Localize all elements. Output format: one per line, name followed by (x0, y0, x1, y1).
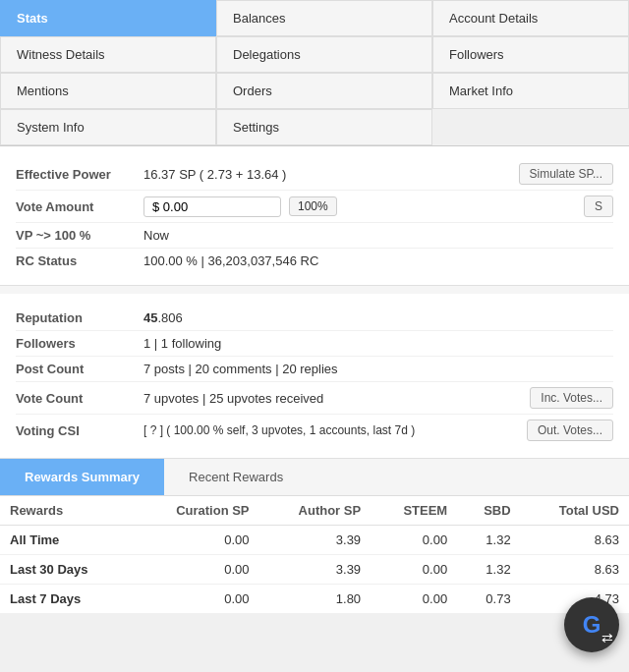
vote-amount-label: Vote Amount (16, 199, 143, 214)
table-row: Last 7 Days 0.00 1.80 0.00 0.73 4.73 (0, 585, 629, 614)
voting-csi-row: Voting CSI [ ? ] ( 100.00 % self, 3 upvo… (16, 415, 613, 446)
rc-status-label: RC Status (16, 253, 143, 268)
followers-row: Followers 1 | 1 following (16, 331, 613, 357)
rewards-table-header: Rewards Curation SP Author SP STEEM SBD … (0, 496, 629, 526)
vp-label: VP ~> 100 % (16, 228, 143, 243)
cell-sbd: 0.73 (457, 585, 520, 614)
vote-s-button[interactable]: S (584, 196, 613, 217)
effective-power-label: Effective Power (16, 167, 143, 182)
followers-value: 1 | 1 following (143, 336, 613, 351)
cell-curation: 0.00 (133, 555, 258, 585)
vote-amount-value: 100% (143, 196, 584, 217)
nav-item-empty (432, 109, 629, 145)
table-row: All Time 0.00 3.39 0.00 1.32 8.63 (0, 526, 629, 555)
col-author: Author SP (259, 496, 372, 526)
effective-power-value: 16.37 SP ( 2.73 + 13.64 ) (143, 167, 519, 182)
col-total: Total USD (521, 496, 629, 526)
cell-total: 8.63 (521, 526, 629, 555)
vote-percent-badge: 100% (289, 196, 337, 216)
vote-amount-row: Vote Amount 100% S (16, 191, 613, 223)
col-rewards: Rewards (0, 496, 133, 526)
cell-period: Last 7 Days (0, 585, 133, 614)
nav-item-witness-details[interactable]: Witness Details (0, 36, 216, 73)
vote-count-label: Vote Count (16, 391, 143, 406)
cell-author: 3.39 (259, 555, 372, 585)
nav-item-account-details[interactable]: Account Details (432, 0, 629, 36)
nav-item-followers[interactable]: Followers (432, 36, 629, 73)
reputation-label: Reputation (16, 310, 143, 325)
rc-status-value: 100.00 % | 36,203,037,546 RC (143, 253, 613, 268)
nav-item-mentions[interactable]: Mentions (0, 73, 216, 109)
vote-count-row: Vote Count 7 upvotes | 25 upvotes receiv… (16, 382, 613, 415)
stats-panel-group1: Effective Power 16.37 SP ( 2.73 + 13.64 … (0, 146, 629, 286)
cell-total: 8.63 (521, 555, 629, 585)
voting-csi-value: [ ? ] ( 100.00 % self, 3 upvotes, 1 acco… (143, 423, 527, 437)
cell-period: Last 30 Days (0, 555, 133, 585)
rc-status-row: RC Status 100.00 % | 36,203,037,546 RC (16, 249, 613, 273)
out-votes-button[interactable]: Out. Votes... (527, 420, 613, 441)
col-steem: STEEM (371, 496, 457, 526)
nav-item-settings[interactable]: Settings (216, 109, 432, 145)
vp-row: VP ~> 100 % Now (16, 223, 613, 249)
cell-sbd: 1.32 (457, 526, 520, 555)
post-count-row: Post Count 7 posts | 20 comments | 20 re… (16, 357, 613, 382)
cell-steem: 0.00 (371, 526, 457, 555)
cell-sbd: 1.32 (457, 555, 520, 585)
nav-item-stats[interactable]: Stats (0, 0, 216, 36)
reputation-row: Reputation 45.806 (16, 306, 613, 331)
table-row: Last 30 Days 0.00 3.39 0.00 1.32 8.63 (0, 555, 629, 585)
inc-votes-button[interactable]: Inc. Votes... (530, 387, 613, 409)
nav-item-balances[interactable]: Balances (216, 0, 432, 36)
cell-author: 3.39 (259, 526, 372, 555)
effective-power-row: Effective Power 16.37 SP ( 2.73 + 13.64 … (16, 158, 613, 191)
section-divider (0, 286, 629, 294)
simulate-sp-button[interactable]: Simulate SP... (519, 163, 613, 185)
post-count-label: Post Count (16, 362, 143, 376)
nav-menu: Stats Balances Account Details Witness D… (0, 0, 629, 146)
nav-item-orders[interactable]: Orders (216, 73, 432, 109)
tab-rewards-summary[interactable]: Rewards Summary (0, 459, 164, 495)
followers-label: Followers (16, 336, 143, 351)
nav-item-system-info[interactable]: System Info (0, 109, 216, 145)
google-g-icon: G (583, 611, 601, 613)
cell-curation: 0.00 (133, 585, 258, 614)
vote-count-value: 7 upvotes | 25 upvotes received (143, 391, 530, 406)
vote-amount-input[interactable] (143, 196, 281, 217)
rewards-tabs: Rewards Summary Recent Rewards (0, 459, 629, 496)
tab-recent-rewards[interactable]: Recent Rewards (164, 459, 308, 495)
cell-author: 1.80 (259, 585, 372, 614)
col-sbd: SBD (457, 496, 520, 526)
post-count-value: 7 posts | 20 comments | 20 replies (143, 362, 613, 376)
rewards-table: Rewards Curation SP Author SP STEEM SBD … (0, 496, 629, 613)
cell-period: All Time (0, 526, 133, 555)
vp-value: Now (143, 228, 613, 243)
reputation-value: 45.806 (143, 310, 613, 325)
nav-item-market-info[interactable]: Market Info (432, 73, 629, 109)
voting-csi-label: Voting CSI (16, 423, 143, 438)
cell-curation: 0.00 (133, 526, 258, 555)
col-curation: Curation SP (133, 496, 258, 526)
cell-steem: 0.00 (371, 555, 457, 585)
cell-steem: 0.00 (371, 585, 457, 614)
nav-item-delegations[interactable]: Delegations (216, 36, 432, 73)
stats-panel-group2: Reputation 45.806 Followers 1 | 1 follow… (0, 294, 629, 459)
